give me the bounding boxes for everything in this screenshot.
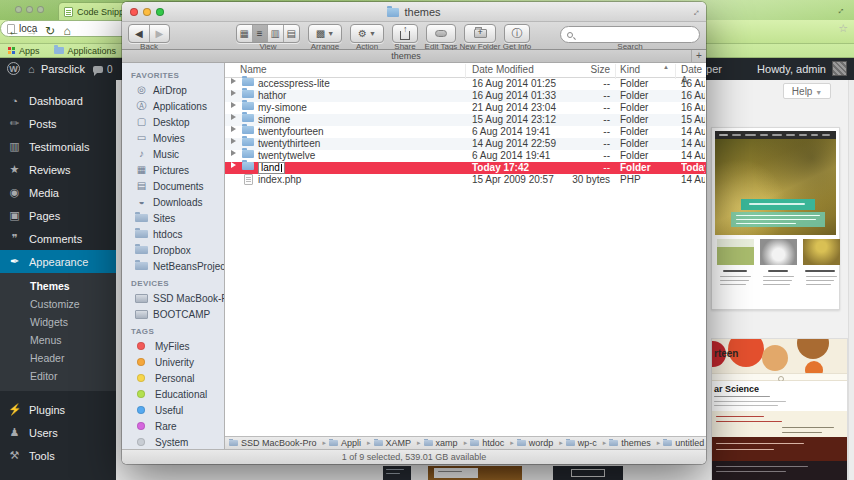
wp-menu-item[interactable]: ⚡ Plugins: [0, 398, 116, 421]
path-crumb[interactable]: SSD MacBook-Pro: [229, 438, 329, 448]
path-crumb[interactable]: XAMP: [374, 438, 424, 448]
wp-menu-item[interactable]: ▥ Testimonials: [0, 135, 116, 158]
sidebar-item[interactable]: ▦ Pictures: [122, 162, 224, 178]
sidebar-item[interactable]: NetBeansProjects: [122, 258, 224, 274]
disclosure-triangle-icon[interactable]: [231, 150, 239, 156]
wp-submenu-item[interactable]: Editor: [0, 367, 116, 385]
wp-submenu-item[interactable]: Header: [0, 349, 116, 367]
finder-tab[interactable]: themes: [122, 50, 690, 62]
avatar[interactable]: [832, 61, 847, 76]
action-button[interactable]: ⚙▼: [350, 24, 384, 43]
search-input[interactable]: [560, 26, 700, 43]
path-crumb[interactable]: wp-c: [566, 438, 610, 448]
wp-menu-item[interactable]: ✒ Appearance: [0, 250, 116, 273]
file-row[interactable]: twentytwelve 6 Aug 2014 19:41 -- Folder …: [225, 150, 706, 162]
path-crumb[interactable]: Appli: [329, 438, 374, 448]
wp-menu-item[interactable]: ⚒ Tools: [0, 444, 116, 467]
disclosure-triangle-icon[interactable]: [231, 102, 239, 108]
comments-bubble-icon[interactable]: [93, 66, 103, 73]
forward-icon[interactable]: →: [24, 23, 40, 39]
column-modified[interactable]: Date Modified: [472, 64, 534, 75]
back-forward-control[interactable]: ◀ ▶: [128, 24, 170, 43]
path-crumb[interactable]: htdoc: [470, 438, 517, 448]
sidebar-tag-item[interactable]: Rare: [122, 418, 224, 434]
sidebar-item[interactable]: ◎ AirDrop: [122, 82, 224, 98]
sidebar-item[interactable]: Ⓐ Applications: [122, 98, 224, 114]
wp-menu-item[interactable]: ✏ Posts: [0, 112, 116, 135]
sidebar-item[interactable]: htdocs: [122, 226, 224, 242]
sidebar-item[interactable]: ▢ Desktop: [122, 114, 224, 130]
sidebar-item[interactable]: ◒ Downloads: [122, 194, 224, 210]
wp-menu-item[interactable]: ♟ Users: [0, 421, 116, 444]
wordpress-logo-icon[interactable]: W: [7, 62, 20, 75]
sidebar-item[interactable]: ▭ Movies: [122, 130, 224, 146]
finder-title-bar[interactable]: themes: [122, 2, 706, 22]
disclosure-triangle-icon[interactable]: [231, 78, 239, 84]
path-crumb[interactable]: untitled folder: [663, 438, 706, 448]
column-kind[interactable]: Kind: [620, 64, 640, 75]
wp-menu-item[interactable]: ◉ Media: [0, 181, 116, 204]
share-button[interactable]: [392, 24, 418, 43]
help-dropdown[interactable]: Help ▼: [783, 83, 831, 99]
wp-submenu-item[interactable]: Widgets: [0, 313, 116, 331]
disclosure-triangle-icon[interactable]: [231, 162, 239, 168]
wp-menu-item[interactable]: ❞ Comments: [0, 227, 116, 250]
home-icon[interactable]: ⌂: [59, 23, 75, 39]
bookmark-apps[interactable]: Apps: [8, 46, 40, 56]
back-icon[interactable]: ◀: [129, 25, 150, 42]
window-minimize-icon[interactable]: [26, 6, 33, 13]
file-row[interactable]: twentyfourteen 6 Aug 2014 19:41 -- Folde…: [225, 126, 706, 138]
disclosure-triangle-icon[interactable]: [231, 138, 239, 144]
wp-menu-item[interactable]: ★ Reviews: [0, 158, 116, 181]
wp-submenu-item[interactable]: Customize: [0, 295, 116, 313]
arrange-button[interactable]: ▩▼: [308, 24, 342, 43]
sidebar-item[interactable]: Dropbox: [122, 242, 224, 258]
window-zoom-icon[interactable]: [37, 6, 44, 13]
file-row[interactable]: my-simone 21 Aug 2014 23:04 -- Folder 16…: [225, 102, 706, 114]
sidebar-tag-item[interactable]: System: [122, 434, 224, 449]
file-row[interactable]: land Today 17:42 -- Folder Today: [225, 162, 706, 174]
file-row[interactable]: simone 15 Aug 2014 23:12 -- Folder 15 Au: [225, 114, 706, 126]
file-row[interactable]: accesspress-lite 16 Aug 2014 01:25 -- Fo…: [225, 78, 706, 90]
sidebar-tag-item[interactable]: Useful: [122, 402, 224, 418]
sidebar-tag-item[interactable]: Univerity: [122, 354, 224, 370]
new-folder-button[interactable]: [464, 24, 496, 43]
scrollbar-gutter[interactable]: [848, 80, 854, 480]
new-tab-icon[interactable]: [691, 50, 706, 62]
path-crumb[interactable]: xamp: [424, 438, 471, 448]
list-view-icon[interactable]: ≡: [253, 25, 269, 42]
wp-submenu-item[interactable]: Menus: [0, 331, 116, 349]
site-home-icon[interactable]: [28, 63, 35, 75]
refresh-icon[interactable]: ↻: [42, 23, 58, 39]
bookmark-star-icon[interactable]: [838, 22, 848, 35]
sidebar-item[interactable]: ▤ Documents: [122, 178, 224, 194]
column-size[interactable]: Size: [545, 64, 610, 75]
sidebar-item[interactable]: ♪ Music: [122, 146, 224, 162]
window-close-icon[interactable]: [15, 6, 22, 13]
file-row[interactable]: hathor 16 Aug 2014 01:33 -- Folder 16 Au: [225, 90, 706, 102]
disclosure-triangle-icon[interactable]: [231, 126, 239, 132]
column-name[interactable]: Name: [240, 64, 267, 75]
sidebar-item[interactable]: Sites: [122, 210, 224, 226]
disclosure-triangle-icon[interactable]: [231, 90, 239, 96]
get-info-button[interactable]: ⓘ: [504, 24, 530, 43]
column-view-icon[interactable]: ▥: [268, 25, 284, 42]
theme-preview-card[interactable]: [711, 127, 840, 310]
view-control[interactable]: ▦ ≡ ▥ ▤: [236, 24, 300, 43]
sidebar-tag-item[interactable]: MyFiles: [122, 338, 224, 354]
sidebar-device-item[interactable]: BOOTCAMP: [122, 306, 224, 322]
sidebar-tag-item[interactable]: Personal: [122, 370, 224, 386]
bookmark-applications[interactable]: Applications: [54, 46, 117, 56]
back-icon[interactable]: ←: [6, 23, 22, 39]
coverflow-view-icon[interactable]: ▤: [284, 25, 299, 42]
icon-view-icon[interactable]: ▦: [237, 25, 253, 42]
disclosure-triangle-icon[interactable]: [231, 114, 239, 120]
wp-menu-item[interactable]: ◔ Dashboard: [0, 89, 116, 112]
file-row[interactable]: index.php 15 Apr 2009 20:57 30 bytes PHP…: [225, 174, 706, 186]
theme-preview-card[interactable]: rteen ar Science: [711, 338, 848, 480]
site-name-link[interactable]: Parsclick: [41, 63, 85, 75]
path-crumb[interactable]: wordp: [517, 438, 566, 448]
sidebar-tag-item[interactable]: Educational: [122, 386, 224, 402]
wp-menu-item[interactable]: ▣ Pages: [0, 204, 116, 227]
comment-count[interactable]: 0: [107, 64, 113, 75]
